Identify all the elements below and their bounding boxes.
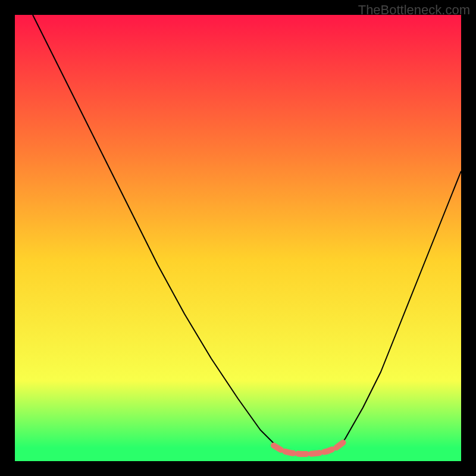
chart-svg [0, 0, 476, 476]
gradient-background [15, 15, 461, 461]
watermark-text: TheBottleneck.com [358, 2, 470, 18]
chart-container [0, 0, 476, 476]
